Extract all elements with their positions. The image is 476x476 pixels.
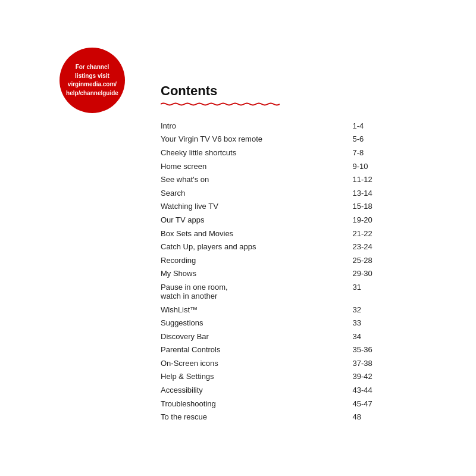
toc-row: To the rescue48 (161, 410, 416, 424)
toc-item-label: Catch Up, players and apps (161, 240, 353, 253)
toc-item-label: Cheeky little shortcuts (161, 146, 353, 159)
toc-item-pages: 5-6 (353, 133, 417, 146)
toc-item-pages: 33 (353, 316, 417, 330)
toc-row: Parental Controls35-36 (161, 343, 416, 357)
toc-item-pages: 23-24 (353, 240, 417, 253)
toc-item-pages: 37-38 (353, 356, 417, 370)
toc-item-label: To the rescue (161, 410, 353, 424)
toc-item-label: Watching live TV (161, 200, 353, 214)
toc-table: Intro1-4Your Virgin TV V6 box remote5-6C… (161, 119, 416, 424)
toc-item-label: Our TV apps (161, 213, 353, 227)
toc-item-pages: 1-4 (353, 119, 417, 133)
wavy-underline (161, 102, 280, 106)
toc-row: Watching live TV15-18 (161, 200, 416, 214)
page-container: For channellistings visitvirginmedia.com… (0, 0, 476, 476)
toc-row: Intro1-4 (161, 119, 416, 133)
toc-row: Your Virgin TV V6 box remote5-6 (161, 133, 416, 146)
toc-row: Home screen9-10 (161, 159, 416, 173)
toc-item-pages: 19-20 (353, 213, 417, 227)
toc-item-pages: 39-42 (353, 370, 417, 384)
toc-item-label: Your Virgin TV V6 box remote (161, 133, 353, 146)
toc-row: See what's on11-12 (161, 173, 416, 186)
toc-item-label: My Shows (161, 267, 353, 281)
toc-row: My Shows29-30 (161, 267, 416, 281)
toc-item-label: Suggestions (161, 316, 353, 330)
toc-item-pages: 43-44 (353, 383, 417, 397)
toc-item-label: Help & Settings (161, 370, 353, 384)
toc-item-label: Accessibility (161, 383, 353, 397)
toc-item-pages: 35-36 (353, 343, 417, 357)
toc-item-label: Search (161, 186, 353, 200)
toc-item-label: Pause in one room,watch in another (161, 280, 353, 303)
toc-item-pages: 48 (353, 410, 417, 424)
toc-row: Our TV apps19-20 (161, 213, 416, 227)
toc-row: Recording25-28 (161, 253, 416, 267)
toc-item-pages: 45-47 (353, 397, 417, 411)
toc-item-label: Home screen (161, 159, 353, 173)
toc-item-label: Recording (161, 253, 353, 267)
channel-listings-badge: For channellistings visitvirginmedia.com… (60, 48, 125, 113)
toc-item-label: Intro (161, 119, 353, 133)
toc-item-pages: 34 (353, 330, 417, 343)
toc-item-label: Box Sets and Movies (161, 227, 353, 240)
toc-item-label: Parental Controls (161, 343, 353, 357)
toc-row: Help & Settings39-42 (161, 370, 416, 384)
toc-item-label: Discovery Bar (161, 330, 353, 343)
contents-title: Contents (161, 83, 416, 99)
toc-row: On-Screen icons37-38 (161, 356, 416, 370)
toc-item-pages: 7-8 (353, 146, 417, 159)
toc-row: Accessibility43-44 (161, 383, 416, 397)
toc-item-label: Troubleshooting (161, 397, 353, 411)
toc-item-pages: 15-18 (353, 200, 417, 214)
toc-item-pages: 32 (353, 303, 417, 317)
toc-item-pages: 21-22 (353, 227, 417, 240)
toc-item-label: WishList™ (161, 303, 353, 317)
toc-item-pages: 25-28 (353, 253, 417, 267)
toc-item-pages: 11-12 (353, 173, 417, 186)
toc-item-pages: 9-10 (353, 159, 417, 173)
toc-row: Pause in one room,watch in another31 (161, 280, 416, 303)
toc-row: Box Sets and Movies21-22 (161, 227, 416, 240)
toc-row: Discovery Bar34 (161, 330, 416, 343)
toc-row: Catch Up, players and apps23-24 (161, 240, 416, 253)
toc-row: Search13-14 (161, 186, 416, 200)
toc-row: Troubleshooting45-47 (161, 397, 416, 411)
stamp-text: For channellistings visitvirginmedia.com… (66, 63, 118, 98)
contents-section: Contents Intro1-4Your Virgin TV V6 box r… (161, 83, 416, 424)
toc-row: Cheeky little shortcuts7-8 (161, 146, 416, 159)
toc-item-label: On-Screen icons (161, 356, 353, 370)
toc-row: WishList™32 (161, 303, 416, 317)
toc-item-pages: 31 (353, 280, 417, 303)
toc-item-pages: 29-30 (353, 267, 417, 281)
toc-row: Suggestions33 (161, 316, 416, 330)
toc-item-label: See what's on (161, 173, 353, 186)
toc-item-pages: 13-14 (353, 186, 417, 200)
